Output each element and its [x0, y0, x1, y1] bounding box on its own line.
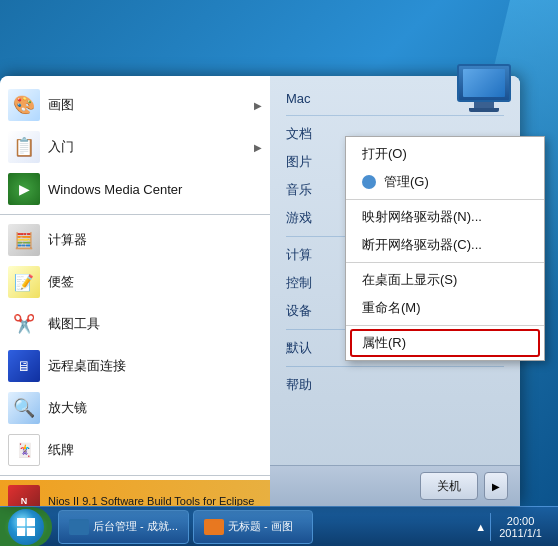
admin-icon — [69, 519, 89, 535]
menu-item-magnifier[interactable]: 🔍 放大镜 — [0, 387, 270, 429]
menu-item-calc-label: 计算器 — [48, 231, 262, 249]
menu-item-remote[interactable]: 🖥 远程桌面连接 — [0, 345, 270, 387]
menu-item-scissors[interactable]: ✂️ 截图工具 — [0, 303, 270, 345]
paint-taskbar-icon — [204, 519, 224, 535]
nios-icon: N — [8, 485, 40, 506]
wmc-icon: ▶ — [8, 173, 40, 205]
menu-item-wmc[interactable]: ▶ Windows Media Center — [0, 168, 270, 210]
start-menu-left: 🎨 画图 ▶ 📋 入门 ▶ ▶ Windows Media Center 🧮 计 — [0, 76, 270, 506]
menu-item-magnifier-label: 放大镜 — [48, 399, 262, 417]
taskbar: 后台管理 - 成就... 无标题 - 画图 ▲ 20:00 2011/1/1 — [0, 506, 558, 546]
menu-divider-1 — [0, 214, 270, 215]
calc-icon: 🧮 — [8, 224, 40, 256]
shutdown-arrow-button[interactable]: ▶ — [484, 472, 508, 500]
context-menu: 打开(O) 管理(G) 映射网络驱动器(N)... 断开网络驱动器(C)... … — [345, 136, 545, 361]
menu-item-remote-label: 远程桌面连接 — [48, 357, 262, 375]
ctx-properties[interactable]: 属性(R) — [346, 329, 544, 357]
menu-item-nios[interactable]: N Nios II 9.1 Software Build Tools for E… — [0, 480, 270, 506]
menu-item-wmc-label: Windows Media Center — [48, 182, 262, 197]
menu-item-nios-label: Nios II 9.1 Software Build Tools for Ecl… — [48, 494, 262, 506]
start-menu-programs: 🎨 画图 ▶ 📋 入门 ▶ ▶ Windows Media Center 🧮 计 — [0, 76, 270, 506]
paint-icon: 🎨 — [8, 89, 40, 121]
scissors-icon: ✂️ — [8, 308, 40, 340]
notepad2-icon: 🃏 — [8, 434, 40, 466]
ctx-map-drive[interactable]: 映射网络驱动器(N)... — [346, 203, 544, 231]
start-button[interactable] — [0, 507, 52, 547]
taskbar-btn-admin[interactable]: 后台管理 - 成就... — [58, 510, 189, 544]
monitor — [457, 64, 511, 102]
computer-icon — [452, 64, 516, 118]
menu-item-intro-label: 入门 — [48, 138, 246, 156]
intro-arrow: ▶ — [254, 142, 262, 153]
remote-icon: 🖥 — [8, 350, 40, 382]
monitor-base — [469, 108, 499, 112]
menu-item-notepad-label: 便签 — [48, 273, 262, 291]
ctx-disconnect[interactable]: 断开网络驱动器(C)... — [346, 231, 544, 259]
ctx-divider-3 — [346, 325, 544, 326]
shutdown-button[interactable]: 关机 — [420, 472, 478, 500]
magnifier-icon: 🔍 — [8, 392, 40, 424]
monitor-screen — [463, 69, 505, 97]
menu-item-scissors-label: 截图工具 — [48, 315, 262, 333]
menu-item-notepad2[interactable]: 🃏 纸牌 — [0, 429, 270, 471]
shutdown-bar: 关机 ▶ — [270, 465, 520, 506]
taskbar-btn-paint[interactable]: 无标题 - 画图 — [193, 510, 313, 544]
menu-item-paint-label: 画图 — [48, 96, 246, 114]
taskbar-right: ▲ 20:00 2011/1/1 — [475, 513, 558, 541]
notepad-icon: 📝 — [8, 266, 40, 298]
menu-item-paint[interactable]: 🎨 画图 ▶ — [0, 84, 270, 126]
menu-item-notepad2-label: 纸牌 — [48, 441, 262, 459]
ctx-open[interactable]: 打开(O) — [346, 140, 544, 168]
menu-item-intro[interactable]: 📋 入门 ▶ — [0, 126, 270, 168]
paint-arrow: ▶ — [254, 100, 262, 111]
clock: 20:00 2011/1/1 — [490, 513, 550, 541]
ctx-show-desktop[interactable]: 在桌面上显示(S) — [346, 266, 544, 294]
manage-bullet-icon — [362, 175, 376, 189]
right-item-help[interactable]: 帮助 — [270, 371, 520, 399]
menu-item-notepad[interactable]: 📝 便签 — [0, 261, 270, 303]
ctx-divider-2 — [346, 262, 544, 263]
system-tray: ▲ — [475, 521, 486, 533]
desktop: 🎨 画图 ▶ 📋 入门 ▶ ▶ Windows Media Center 🧮 计 — [0, 0, 558, 546]
intro-icon: 📋 — [8, 131, 40, 163]
right-divider-4 — [286, 366, 504, 367]
ctx-divider-1 — [346, 199, 544, 200]
menu-item-calc[interactable]: 🧮 计算器 — [0, 219, 270, 261]
menu-divider-2 — [0, 475, 270, 476]
ctx-rename[interactable]: 重命名(M) — [346, 294, 544, 322]
windows-orb-icon — [8, 509, 44, 545]
ctx-manage[interactable]: 管理(G) — [346, 168, 544, 196]
